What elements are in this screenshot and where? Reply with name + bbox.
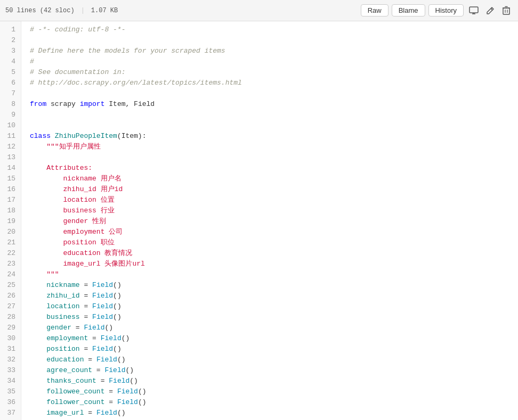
code-line: location = Field(): [30, 301, 518, 312]
code-line: [30, 120, 518, 131]
code-content: # -*- coding: utf-8 -*- # Define here th…: [21, 21, 518, 420]
line-number: 34: [0, 376, 21, 386]
line-number: 29: [0, 323, 21, 333]
code-container: 1234567891011121314151617181920212223242…: [0, 21, 518, 420]
code-line: zhihu_id = Field(): [30, 291, 518, 301]
code-line: # -*- coding: utf-8 -*-: [30, 24, 518, 35]
code-line: business 行业: [30, 205, 518, 216]
delete-icon-button[interactable]: [500, 4, 513, 17]
line-number: 9: [0, 110, 21, 120]
code-line: #: [30, 56, 518, 67]
line-number: 2: [0, 35, 21, 46]
svg-rect-4: [503, 8, 509, 14]
line-number: 24: [0, 269, 21, 280]
code-line: education = Field(): [30, 355, 518, 365]
line-number: 21: [0, 237, 21, 248]
line-number: 19: [0, 216, 21, 227]
line-number: 14: [0, 163, 21, 174]
line-number: 32: [0, 355, 21, 365]
code-line: # See documentation in:: [30, 67, 518, 78]
code-line: business = Field(): [30, 312, 518, 323]
line-number: 30: [0, 333, 21, 344]
code-line: agree_count = Field(): [30, 365, 518, 376]
line-number: 13: [0, 152, 21, 163]
line-number: 12: [0, 142, 21, 152]
code-line: """知乎用户属性: [30, 142, 518, 152]
code-line: education 教育情况: [30, 248, 518, 259]
toolbar: 50 lines (42 sloc) | 1.07 KB Raw Blame H…: [0, 0, 518, 21]
code-line: followee_count = Field(): [30, 386, 518, 397]
line-number: 15: [0, 174, 21, 184]
line-number: 8: [0, 99, 21, 110]
line-number: 7: [0, 88, 21, 99]
line-number: 33: [0, 365, 21, 376]
line-number: 1: [0, 24, 21, 35]
file-info: 50 lines (42 sloc) | 1.07 KB: [5, 7, 118, 14]
line-number: 36: [0, 397, 21, 408]
line-number: 31: [0, 344, 21, 355]
line-number: 28: [0, 312, 21, 323]
line-number: 18: [0, 205, 21, 216]
edit-icon-button[interactable]: [484, 4, 497, 17]
line-number: 22: [0, 248, 21, 259]
code-line: # Define here the models for your scrape…: [30, 46, 518, 56]
code-line: position = Field(): [30, 344, 518, 355]
code-line: # http://doc.scrapy.org/en/latest/topics…: [30, 78, 518, 88]
line-number: 23: [0, 259, 21, 269]
line-number: 3: [0, 46, 21, 56]
file-size: 1.07 KB: [91, 7, 118, 14]
code-line: employment = Field(): [30, 333, 518, 344]
svg-rect-0: [470, 7, 478, 13]
code-line: class ZhihuPeopleItem(Item):: [30, 131, 518, 142]
line-number: 10: [0, 120, 21, 131]
code-line: [30, 152, 518, 163]
code-line: image_url = Field(): [30, 408, 518, 418]
code-line: [30, 35, 518, 46]
line-number: 26: [0, 291, 21, 301]
code-line: zhihu_id 用户id: [30, 184, 518, 195]
line-number: 27: [0, 301, 21, 312]
trash-icon: [502, 6, 511, 15]
code-line: location 位置: [30, 195, 518, 205]
code-line: employment 公司: [30, 227, 518, 237]
blame-button[interactable]: Blame: [392, 4, 425, 17]
code-line: """: [30, 269, 518, 280]
separator: |: [81, 7, 85, 14]
svg-line-3: [491, 9, 492, 10]
line-number: 20: [0, 227, 21, 237]
history-button[interactable]: History: [428, 4, 464, 17]
line-number: 16: [0, 184, 21, 195]
code-line: nickname = Field(): [30, 280, 518, 291]
code-line: position 职位: [30, 237, 518, 248]
code-line: from scrapy import Item, Field: [30, 99, 518, 110]
line-number: 17: [0, 195, 21, 205]
code-line: follower_count = Field(): [30, 397, 518, 408]
monitor-icon: [469, 6, 479, 15]
line-number: 25: [0, 280, 21, 291]
line-number: 4: [0, 56, 21, 67]
code-line: Attributes:: [30, 163, 518, 174]
line-number: 5: [0, 67, 21, 78]
line-number: 6: [0, 78, 21, 88]
code-line: [30, 110, 518, 120]
code-line: gender = Field(): [30, 323, 518, 333]
toolbar-actions: Raw Blame History: [361, 4, 513, 17]
monitor-icon-button[interactable]: [467, 4, 481, 17]
code-line: image_url 头像图片url: [30, 259, 518, 269]
edit-icon: [486, 6, 495, 15]
code-line: nickname 用户名: [30, 174, 518, 184]
code-line: [30, 88, 518, 99]
line-count: 50 lines (42 sloc): [5, 7, 75, 14]
line-number: 11: [0, 131, 21, 142]
line-number: 37: [0, 408, 21, 418]
code-line: gender 性别: [30, 216, 518, 227]
raw-button[interactable]: Raw: [361, 4, 388, 17]
line-numbers: 1234567891011121314151617181920212223242…: [0, 21, 21, 420]
code-line: thanks_count = Field(): [30, 376, 518, 386]
line-number: 35: [0, 386, 21, 397]
